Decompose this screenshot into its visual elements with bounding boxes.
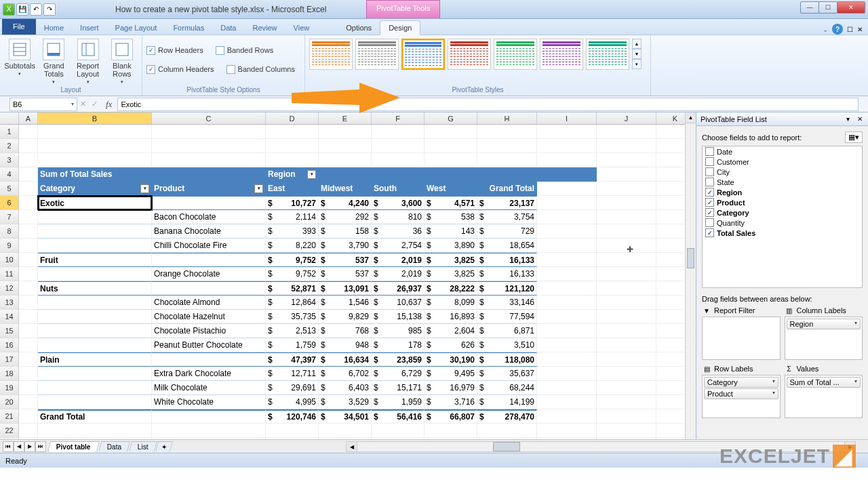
minimize-button[interactable]: — — [800, 1, 819, 14]
row-header-18[interactable]: 18 — [0, 367, 19, 381]
insert-tab[interactable]: Insert — [72, 21, 107, 35]
row-header-1[interactable]: 1 — [0, 125, 19, 139]
close-button[interactable]: ✕ — [837, 1, 865, 14]
col-header-A[interactable]: A — [19, 113, 38, 124]
row-header-4[interactable]: 4 — [0, 167, 19, 182]
row-header-21[interactable]: 21 — [0, 409, 19, 424]
row-header-6[interactable]: 6 — [0, 196, 19, 210]
home-tab[interactable]: Home — [36, 21, 72, 35]
col-header-H[interactable]: H — [477, 113, 537, 124]
undo-icon[interactable]: ↶ — [30, 3, 42, 16]
row-headers-check[interactable]: ✓Row Headers — [146, 43, 203, 57]
maximize-button[interactable]: ☐ — [818, 1, 837, 14]
field-total-sales[interactable]: ✓Total Sales — [703, 228, 862, 238]
field-date[interactable]: Date — [703, 146, 862, 157]
row-header-16[interactable]: 16 — [0, 338, 19, 352]
style-thumb-5[interactable] — [540, 39, 583, 70]
gallery-scroll-btn[interactable]: ▲ — [632, 39, 642, 49]
ribbon-minimize-icon[interactable]: ⌄ — [823, 26, 828, 33]
field-list-dropdown-icon[interactable]: ▾ — [844, 115, 852, 123]
area-item[interactable]: Region▾ — [787, 319, 861, 329]
data-tab[interactable]: Data — [212, 21, 244, 35]
field-quantity[interactable]: Quantity — [703, 218, 862, 228]
area-item[interactable]: Category▾ — [704, 377, 778, 388]
row-header-9[interactable]: 9 — [0, 239, 19, 253]
style-thumb-1[interactable] — [355, 39, 399, 70]
gallery-scroll-btn[interactable]: ▼ — [632, 49, 642, 59]
sheet-nav-last[interactable]: ⏭ — [35, 441, 46, 452]
col-header-C[interactable]: C — [152, 113, 266, 124]
blank-rows-button[interactable]: Blank Rows▾ — [106, 39, 138, 85]
row-header-22[interactable]: 22 — [0, 424, 19, 438]
area-item[interactable]: Sum of Total ...▾ — [787, 377, 861, 388]
row-header-12[interactable]: 12 — [0, 281, 19, 296]
workbook-close-icon[interactable]: ✕ — [857, 26, 863, 33]
options-tab[interactable]: Options — [338, 21, 380, 35]
vertical-scrollbar[interactable]: ▲ — [685, 113, 696, 439]
style-thumb-3[interactable] — [448, 39, 491, 70]
row-labels-area[interactable]: Category▾Product▾ — [702, 375, 781, 418]
field-state[interactable]: State — [703, 177, 862, 187]
column-headers-check[interactable]: ✓Column Headers — [146, 62, 214, 76]
field-customer[interactable]: Customer — [703, 157, 862, 167]
col-header-B[interactable]: B — [38, 113, 152, 124]
sheet-tab-pivot[interactable]: Pivot table — [47, 441, 100, 452]
row-header-14[interactable]: 14 — [0, 310, 19, 324]
save-icon[interactable]: 💾 — [16, 3, 28, 16]
style-thumb-2[interactable] — [401, 39, 445, 70]
view-tab[interactable]: View — [285, 21, 318, 35]
subtotals-button[interactable]: Subtotals▾ — [4, 39, 35, 77]
row-header-3[interactable]: 3 — [0, 153, 19, 167]
row-header-20[interactable]: 20 — [0, 395, 19, 409]
row-header-15[interactable]: 15 — [0, 324, 19, 338]
enter-icon[interactable]: ✓ — [92, 100, 98, 108]
row-header-17[interactable]: 17 — [0, 352, 19, 367]
fx-icon[interactable]: fx — [106, 99, 112, 110]
field-product[interactable]: ✓Product — [703, 197, 862, 207]
formulas-tab[interactable]: Formulas — [165, 21, 212, 35]
field-category[interactable]: ✓Category — [703, 207, 862, 218]
field-city[interactable]: City — [703, 167, 862, 177]
col-header-J[interactable]: J — [597, 113, 656, 124]
row-header-8[interactable]: 8 — [0, 224, 19, 239]
design-tab[interactable]: Design — [380, 20, 420, 35]
help-icon[interactable]: ? — [832, 24, 843, 35]
row-header-10[interactable]: 10 — [0, 253, 19, 267]
col-header-I[interactable]: I — [537, 113, 597, 124]
field-list-fields[interactable]: DateCustomerCityState✓Region✓Product✓Cat… — [702, 146, 863, 288]
excel-icon[interactable]: X — [3, 3, 15, 16]
window-restore-icon[interactable]: ☐ — [847, 26, 853, 33]
styles-gallery[interactable]: ▲▼▾ — [309, 39, 642, 70]
style-thumb-6[interactable] — [586, 39, 629, 70]
field-region[interactable]: ✓Region — [703, 187, 862, 197]
style-thumb-4[interactable] — [494, 39, 537, 70]
sheet-nav-first[interactable]: ⏮ — [3, 441, 14, 452]
row-header-13[interactable]: 13 — [0, 296, 19, 310]
new-sheet-button[interactable]: ✦ — [155, 441, 173, 452]
gallery-scroll-btn[interactable]: ▾ — [632, 59, 642, 69]
field-list-close-icon[interactable]: ✕ — [855, 115, 864, 123]
style-thumb-0[interactable] — [309, 39, 353, 70]
file-tab[interactable]: File — [2, 18, 36, 35]
row-header-2[interactable]: 2 — [0, 139, 19, 153]
row-header-7[interactable]: 7 — [0, 210, 19, 224]
sheet-nav-next[interactable]: ▶ — [24, 441, 35, 452]
redo-icon[interactable]: ↷ — [43, 3, 56, 16]
row-header-5[interactable]: 5 — [0, 182, 19, 196]
banded-columns-check[interactable]: Banded Columns — [226, 62, 295, 76]
worksheet-grid[interactable]: ABCDEFGHIJK 1234Sum of Total SalesRegion… — [0, 113, 696, 439]
grand-totals-button[interactable]: Grand Totals▾ — [38, 39, 69, 85]
report-layout-button[interactable]: Report Layout▾ — [73, 39, 104, 85]
formula-input[interactable]: Exotic — [117, 98, 859, 111]
pagelayout-tab[interactable]: Page Layout — [107, 21, 165, 35]
col-header-G[interactable]: G — [425, 113, 477, 124]
row-header-19[interactable]: 19 — [0, 381, 19, 395]
sheet-nav-prev[interactable]: ◀ — [14, 441, 24, 452]
report-filter-area[interactable] — [702, 317, 781, 360]
area-item[interactable]: Product▾ — [704, 388, 778, 399]
name-box[interactable]: B6▾ — [9, 98, 77, 111]
field-list-layout-button[interactable]: ▦▾ — [845, 131, 863, 143]
row-header-11[interactable]: 11 — [0, 267, 19, 281]
cancel-icon[interactable]: ✕ — [80, 100, 86, 108]
banded-rows-check[interactable]: Banded Rows — [216, 43, 274, 57]
